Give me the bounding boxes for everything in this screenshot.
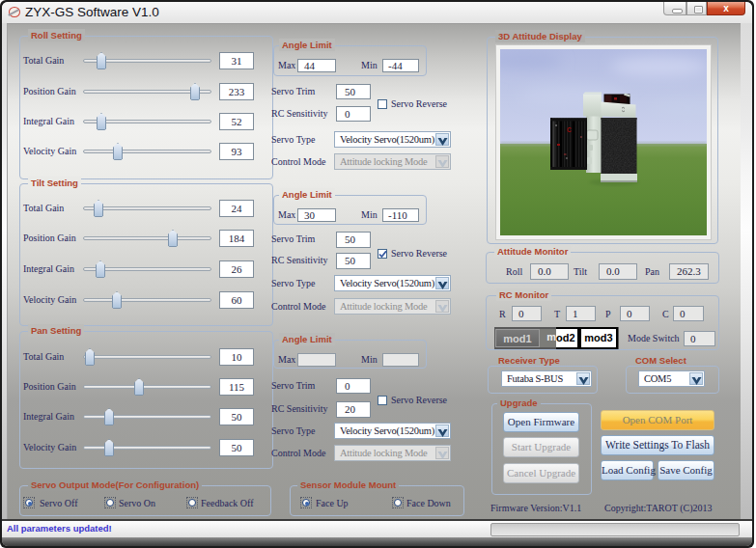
svg-text:C: C [567,126,572,133]
